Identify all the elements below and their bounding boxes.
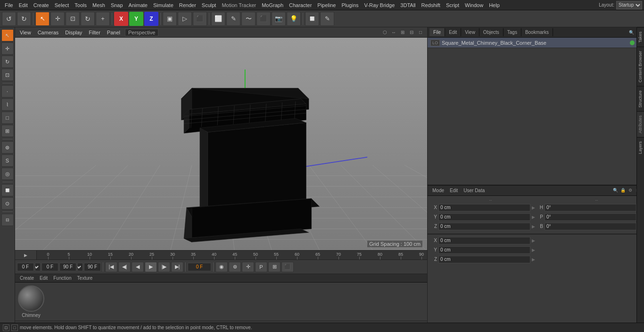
menu-motion-tracker[interactable]: Motion Tracker bbox=[219, 1, 259, 9]
move-tool-button[interactable]: ✛ bbox=[50, 12, 65, 26]
vtab-content-browser[interactable]: Content Browser bbox=[637, 47, 644, 86]
vp-icon-1[interactable]: ⬡ bbox=[381, 29, 388, 36]
x-pos-arrow[interactable]: ▶ bbox=[532, 205, 535, 210]
menu-script[interactable]: Script bbox=[443, 1, 462, 9]
vh-cameras[interactable]: Cameras bbox=[36, 29, 61, 36]
step-back-button[interactable]: ◀| bbox=[118, 262, 131, 272]
y-pos-arrow[interactable]: ▶ bbox=[532, 215, 535, 219]
undo-button[interactable]: ↺ bbox=[2, 12, 16, 26]
z-size-arrow[interactable]: ▶ bbox=[532, 257, 535, 262]
light-button[interactable]: 💡 bbox=[287, 12, 301, 26]
spline-button[interactable]: 〜 bbox=[241, 12, 256, 26]
play-back-button[interactable]: ◀ bbox=[132, 262, 144, 272]
y-size-arrow[interactable]: ▶ bbox=[532, 248, 535, 252]
axis-z-button[interactable]: Z bbox=[144, 12, 158, 26]
z-size-input[interactable] bbox=[438, 256, 530, 263]
y-size-input[interactable] bbox=[438, 246, 530, 254]
play-forward-button[interactable]: ▶ bbox=[145, 262, 157, 272]
menu-3dtall[interactable]: 3DTAll bbox=[397, 1, 418, 9]
obj-edit-btn[interactable]: Edit bbox=[445, 28, 461, 36]
select-tool-button[interactable]: ↖ bbox=[35, 12, 50, 26]
attr-settings-icon[interactable]: ⚙ bbox=[627, 187, 634, 194]
menu-edit[interactable]: Edit bbox=[16, 1, 31, 9]
obj-tags-btn[interactable]: Tags bbox=[504, 28, 521, 36]
attr-lock-icon[interactable]: 🔒 bbox=[619, 187, 626, 194]
transform-tool-button[interactable]: + bbox=[96, 12, 110, 26]
go-to-end-button[interactable]: ▶| bbox=[171, 262, 183, 272]
tool-points[interactable]: · bbox=[1, 85, 14, 97]
menu-render[interactable]: Render bbox=[176, 1, 199, 9]
keyframe-button[interactable]: ◉ bbox=[215, 262, 228, 272]
menu-file[interactable]: File bbox=[2, 1, 16, 9]
menu-pipeline[interactable]: Pipeline bbox=[314, 1, 339, 9]
preview-end-input[interactable] bbox=[84, 263, 101, 271]
mat-texture-btn[interactable]: Texture bbox=[75, 275, 95, 281]
menu-plugins[interactable]: Plugins bbox=[339, 1, 361, 9]
step-forward-button[interactable]: |▶ bbox=[158, 262, 170, 272]
render-button[interactable]: ⬛ bbox=[193, 12, 207, 26]
render-region-button[interactable]: ▣ bbox=[163, 12, 177, 26]
y-pos-input[interactable] bbox=[438, 213, 530, 221]
cube-button[interactable]: ⬜ bbox=[211, 12, 225, 26]
preview-start-input[interactable] bbox=[59, 263, 76, 271]
obj-search-icon[interactable]: 🔍 bbox=[628, 29, 635, 36]
z-pos-arrow[interactable]: ▶ bbox=[532, 224, 535, 229]
tool-rotate[interactable]: ↻ bbox=[1, 56, 14, 68]
menu-sculpt[interactable]: Sculpt bbox=[199, 1, 219, 9]
mat-function-btn[interactable]: Function bbox=[51, 275, 73, 281]
scale-tool-button[interactable]: ⊡ bbox=[66, 12, 80, 26]
obj-bookmarks-btn[interactable]: Bookmarks bbox=[521, 28, 553, 36]
redo-button[interactable]: ↻ bbox=[17, 12, 31, 26]
tool-move[interactable]: ✛ bbox=[1, 42, 14, 55]
object-item[interactable]: LO Square_Metal_Chimney_Black_Corner_Bas… bbox=[428, 38, 644, 48]
mat-create-btn[interactable]: Create bbox=[18, 275, 36, 281]
vp-icon-4[interactable]: ⊟ bbox=[408, 29, 415, 36]
menu-snap[interactable]: Snap bbox=[108, 1, 126, 9]
camera-button[interactable]: 📷 bbox=[272, 12, 286, 26]
tool-edges[interactable]: ⌇ bbox=[1, 98, 14, 111]
menu-mograph[interactable]: MoGraph bbox=[259, 1, 286, 9]
menu-vray[interactable]: V-Ray Bridge bbox=[362, 1, 398, 9]
rotate-tool-button[interactable]: ↻ bbox=[81, 12, 95, 26]
vtab-attributes[interactable]: Attributes bbox=[637, 111, 644, 137]
timeline-ruler[interactable]: ▶ 0 5 10 15 20 25 30 35 40 45 50 55 60 6… bbox=[15, 250, 427, 259]
tool-scale[interactable]: ⊡ bbox=[1, 69, 14, 81]
vtab-layers[interactable]: Layers bbox=[637, 137, 644, 158]
x-pos-input[interactable] bbox=[438, 204, 530, 211]
axis-x-button[interactable]: X bbox=[114, 12, 128, 26]
menu-mesh[interactable]: Mesh bbox=[90, 1, 108, 9]
vh-panel[interactable]: Panel bbox=[105, 29, 122, 36]
frame-start-input[interactable] bbox=[17, 263, 34, 271]
tool-texture[interactable]: S bbox=[1, 154, 14, 167]
tool-polygons[interactable]: □ bbox=[1, 112, 14, 124]
frame-end-input[interactable] bbox=[41, 263, 58, 271]
menu-help[interactable]: Help bbox=[486, 1, 503, 9]
b-rot-input[interactable] bbox=[545, 223, 636, 230]
autokey-button[interactable]: ⊛ bbox=[229, 262, 241, 272]
edit-button[interactable]: ✎ bbox=[320, 12, 334, 26]
extrude-button[interactable]: ⬛ bbox=[256, 12, 271, 26]
tool-soft-sel[interactable]: ⊙ bbox=[1, 197, 14, 210]
attr-userdata-btn[interactable]: User Data bbox=[462, 187, 487, 194]
status-icon-1[interactable]: ⊡ bbox=[3, 324, 9, 331]
vtab-structure[interactable]: Structure bbox=[637, 86, 644, 112]
menu-character[interactable]: Character bbox=[286, 1, 314, 9]
obj-objects-btn[interactable]: Objects bbox=[479, 28, 504, 36]
tool-select[interactable]: ↖ bbox=[1, 29, 14, 41]
status-icon-2[interactable]: □ bbox=[11, 324, 18, 331]
vh-view[interactable]: View bbox=[18, 29, 33, 36]
preview-dropdown[interactable] bbox=[77, 263, 83, 271]
menu-select[interactable]: Select bbox=[52, 1, 72, 9]
tool-uv[interactable]: ⊞ bbox=[1, 125, 14, 137]
z-pos-input[interactable] bbox=[438, 223, 530, 230]
tool-floor[interactable]: ⊟ bbox=[1, 214, 14, 226]
menu-simulate[interactable]: Simulate bbox=[150, 1, 176, 9]
motion-button[interactable]: P bbox=[255, 262, 267, 272]
preview-button[interactable]: ⬛ bbox=[281, 262, 294, 272]
obj-file-btn[interactable]: File bbox=[429, 28, 445, 36]
vp-icon-3[interactable]: ⊞ bbox=[399, 29, 406, 36]
menu-animate[interactable]: Animate bbox=[126, 1, 150, 9]
x-size-input[interactable] bbox=[438, 237, 530, 244]
render-view-button[interactable]: ▷ bbox=[178, 12, 192, 26]
go-to-start-button[interactable]: |◀ bbox=[105, 262, 117, 272]
